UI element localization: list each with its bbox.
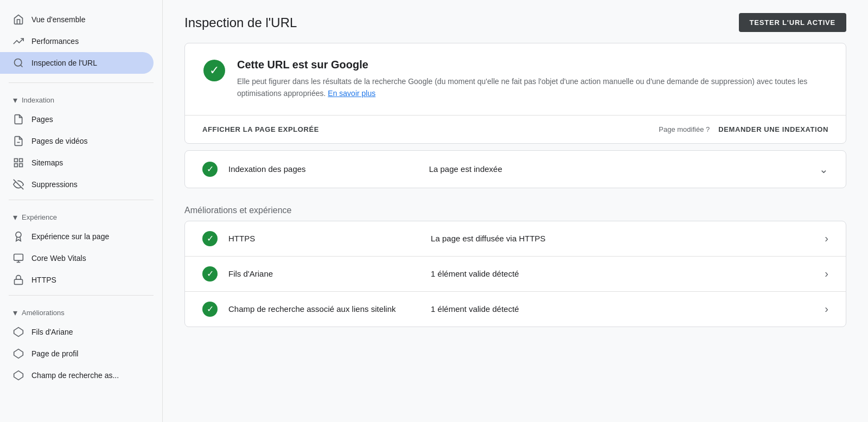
sidebar-item-label: Core Web Vitals [31,254,86,263]
sidebar-item-https[interactable]: HTTPS [0,269,154,291]
sidebar-section-indexation[interactable]: ▾ Indexation [0,87,162,108]
sidebar: Vue d'ensemble Performances Inspection d… [0,0,163,422]
champ-recherche-label: Champ de recherche associé aux liens sit… [228,304,420,314]
chevron-down-icon-indexation: ⌄ [819,163,828,176]
chevron-right-icon-https: › [825,232,828,245]
sidebar-divider [9,82,154,83]
section-label: Expérience [22,213,57,221]
indexation-check-icon: ✓ [202,162,218,177]
sidebar-item-pages[interactable]: Pages [0,108,154,130]
fils-ariane-label: Fils d'Ariane [228,269,420,278]
sidebar-item-suppressions[interactable]: Suppressions [0,174,154,195]
diamond-icon [13,327,24,337]
svg-point-8 [16,232,21,238]
svg-rect-12 [15,279,23,284]
status-card: ✓ Cette URL est sur Google Elle peut fig… [184,43,846,144]
sidebar-item-label: Fils d'Ariane [31,328,73,336]
check-circle-icon: ✓ [203,60,225,81]
fils-ariane-exp-row[interactable]: ✓ Fils d'Ariane 1 élément valide détecté… [185,257,846,292]
https-check-icon: ✓ [202,231,218,246]
sidebar-section-ameliorations[interactable]: ▾ Améliorations [0,300,162,321]
chevron-down-icon-2: ▾ [13,212,17,222]
file-icon [13,114,24,125]
lock-icon [13,274,24,285]
chevron-down-icon-3: ▾ [13,308,17,318]
sidebar-item-label: Suppressions [31,180,78,189]
indexation-card: ✓ Indexation des pages La page est index… [184,150,846,188]
sidebar-item-label: Expérience sur la page [31,232,109,241]
https-label: HTTPS [228,234,420,243]
indexation-status: La page est indexée [429,164,808,174]
sidebar-item-label: Vue d'ensemble [31,15,85,24]
sidebar-item-experience-page[interactable]: Expérience sur la page [0,226,154,247]
status-title: Cette URL est sur Google [237,59,828,71]
home-icon [13,14,24,25]
action-bar: AFFICHER LA PAGE EXPLORÉE Page modifiée … [185,115,846,143]
indexation-row[interactable]: ✓ Indexation des pages La page est index… [185,151,846,188]
svg-line-1 [21,65,23,67]
svg-point-0 [15,59,22,66]
champ-recherche-exp-row[interactable]: ✓ Champ de recherche associé aux liens s… [185,292,846,327]
afficher-page-link[interactable]: AFFICHER LA PAGE EXPLORÉE [202,125,319,133]
learn-more-link[interactable]: En savoir plus [328,89,375,98]
page-header: Inspection de l'URL TESTER L'URL ACTIVE [163,0,868,43]
sidebar-item-champ-recherche[interactable]: Champ de recherche as... [0,365,154,386]
sidebar-item-page-profil[interactable]: Page de profil [0,343,154,365]
https-status: La page est diffusée via HTTPS [431,234,814,243]
sidebar-item-label: Pages [31,115,53,124]
sidebar-item-sitemaps[interactable]: Sitemaps [0,152,154,174]
right-actions: Page modifiée ? DEMANDER UNE INDEXATION [659,125,828,133]
fils-ariane-status: 1 élément valide détecté [431,269,814,278]
fils-ariane-check-icon: ✓ [202,266,218,282]
chevron-right-icon-fils-ariane: › [825,267,828,280]
https-exp-row[interactable]: ✓ HTTPS La page est diffusée via HTTPS › [185,221,846,257]
sidebar-item-label: Sitemaps [31,158,63,167]
test-url-button[interactable]: TESTER L'URL ACTIVE [739,13,846,32]
svg-marker-14 [14,349,23,359]
page-title: Inspection de l'URL [184,15,297,30]
diamond-icon-2 [13,348,24,359]
champ-recherche-status: 1 élément valide détecté [431,304,814,314]
sidebar-item-label: Inspection de l'URL [31,59,97,67]
sidebar-item-performances[interactable]: Performances [0,30,154,52]
sidebar-item-label: HTTPS [31,276,56,284]
chevron-down-icon: ▾ [13,95,17,105]
sidebar-item-label: Performances [31,37,79,46]
sidebar-item-vue-ensemble[interactable]: Vue d'ensemble [0,9,154,30]
sidebar-item-pages-videos[interactable]: Pages de vidéos [0,130,154,152]
svg-marker-15 [14,371,23,380]
file-video-icon [13,136,24,146]
sidebar-item-fils-dariane[interactable]: Fils d'Ariane [0,321,154,343]
status-icon-wrap: ✓ [202,59,226,82]
sidebar-section-experience[interactable]: ▾ Expérience [0,204,162,226]
main-content: Inspection de l'URL TESTER L'URL ACTIVE … [163,0,868,422]
trending-up-icon [13,36,24,47]
search-icon [13,57,24,68]
eye-off-icon [13,179,24,190]
grid-icon [13,157,24,168]
badge-icon [13,231,24,242]
sidebar-item-inspection-url[interactable]: Inspection de l'URL [0,52,154,74]
diamond-icon-3 [13,370,24,381]
section-label: Améliorations [22,309,65,317]
content-area: ✓ Cette URL est sur Google Elle peut fig… [163,43,868,355]
sidebar-item-label: Page de profil [31,349,78,358]
svg-marker-13 [14,328,23,337]
svg-rect-5 [15,164,18,167]
svg-rect-6 [20,164,23,167]
status-description: Elle peut figurer dans les résultats de … [237,75,828,100]
demander-indexation-link[interactable]: DEMANDER UNE INDEXATION [718,125,828,133]
section-label: Indexation [22,96,54,104]
indexation-label: Indexation des pages [228,164,418,174]
monitor-icon [13,253,24,264]
champ-recherche-check-icon: ✓ [202,302,218,317]
sidebar-divider-3 [9,295,154,296]
status-text: Cette URL est sur Google Elle peut figur… [237,59,828,100]
sidebar-item-core-web-vitals[interactable]: Core Web Vitals [0,247,154,269]
status-card-content: ✓ Cette URL est sur Google Elle peut fig… [185,43,846,115]
experience-card: ✓ HTTPS La page est diffusée via HTTPS ›… [184,221,846,327]
svg-rect-4 [20,159,23,162]
ameliorations-section-title: Améliorations et expérience [184,195,846,221]
svg-rect-3 [15,159,18,162]
svg-rect-9 [14,254,23,261]
